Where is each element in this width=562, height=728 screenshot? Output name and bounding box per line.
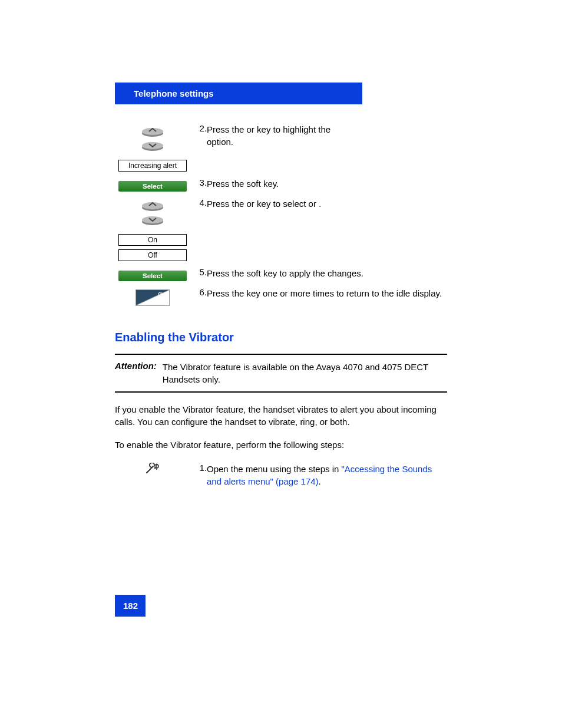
text-fragment: Press the <box>207 124 247 134</box>
text-fragment: Press the <box>207 268 247 278</box>
text-fragment: key one or more times to return to the i… <box>247 288 442 298</box>
step-number: 3. <box>190 176 207 196</box>
step-text: Open the menu using the steps in "Access… <box>207 462 447 489</box>
steps-table: 2. Press the or key to highlight the opt… <box>115 122 447 309</box>
attention-label: Attention: <box>115 361 163 386</box>
up-key-icon <box>141 126 164 137</box>
step-number: 5. <box>190 266 207 286</box>
step-number: 1. <box>190 462 207 489</box>
attention-text: The Vibrator feature is available on the… <box>163 361 447 386</box>
text-fragment: or <box>247 199 257 209</box>
section-heading: Enabling the Vibrator <box>115 331 447 344</box>
text-fragment: key to select <box>257 199 309 209</box>
page-header: Telephone settings <box>115 83 362 104</box>
body-paragraph: To enable the Vibrator feature, perform … <box>115 439 447 451</box>
text-fragment: . <box>319 199 321 209</box>
text-fragment: soft key to apply the changes. <box>247 268 363 278</box>
step-number: 6. <box>190 286 207 309</box>
wrench-note-icon <box>145 463 160 475</box>
select-softkey: Select <box>118 181 187 192</box>
vibrator-steps-table: 1. Open the menu using the steps in "Acc… <box>115 462 447 489</box>
text-fragment: Open the <box>207 464 246 474</box>
attention-block: Attention: The Vibrator feature is avail… <box>115 354 447 393</box>
text-fragment: soft key. <box>247 179 279 189</box>
body-paragraph: If you enable the Vibrator feature, the … <box>115 403 447 428</box>
step-number: 4. <box>190 196 207 225</box>
off-option: Off <box>118 249 187 261</box>
text-fragment: option. <box>207 137 233 147</box>
step-text: Press the key one or more times to retur… <box>207 286 447 309</box>
svg-point-3 <box>142 142 163 149</box>
up-key-icon <box>141 200 164 212</box>
step-number: 2. <box>190 122 207 153</box>
step-text: Press the soft key. <box>207 176 447 196</box>
text-fragment: key to highlight the <box>257 124 330 134</box>
step-text: Press the or key to highlight the option… <box>207 122 447 153</box>
text-fragment: or <box>247 124 257 134</box>
select-softkey: Select <box>118 271 187 281</box>
down-key-icon <box>141 214 164 226</box>
on-option: On <box>118 234 187 246</box>
text-fragment: Press the <box>207 179 247 189</box>
down-key-icon <box>141 140 164 151</box>
text-fragment: . <box>319 476 321 486</box>
text-fragment: Press the <box>207 199 247 209</box>
text-fragment: or <box>309 199 319 209</box>
increasing-alert-option: Increasing alert <box>118 160 187 172</box>
text-fragment: Press the <box>207 288 247 298</box>
step-text: Press the soft key to apply the changes. <box>207 266 447 286</box>
step-text: Press the or key to select or . <box>207 196 447 225</box>
text-fragment: menu using the steps in <box>246 464 342 474</box>
svg-point-9 <box>156 464 158 466</box>
svg-point-7 <box>142 216 163 223</box>
clr-key-icon: CLR⌫ <box>135 289 170 306</box>
page-number: 182 <box>115 595 146 617</box>
